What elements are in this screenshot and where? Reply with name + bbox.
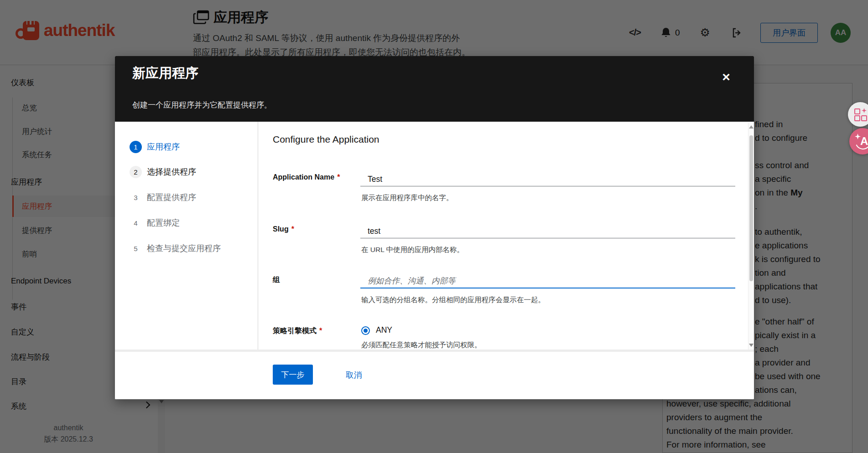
- field-label: Application Name*: [273, 173, 340, 181]
- slug-input[interactable]: [360, 224, 735, 238]
- step-label: 配置提供程序: [147, 192, 196, 203]
- close-icon[interactable]: ×: [719, 70, 733, 84]
- modal-subtitle: 创建一个应用程序并为它配置提供程序。: [132, 100, 272, 110]
- next-button[interactable]: 下一步: [273, 365, 313, 385]
- wizard-step-5: 5检查与提交应用程序: [115, 242, 252, 255]
- step-number-badge: 4: [130, 217, 142, 229]
- required-asterisk: *: [291, 225, 294, 233]
- wizard-step-2[interactable]: 2选择提供程序: [115, 165, 252, 178]
- field-helper-text: 必须匹配任意策略才能授予访问权限。: [361, 340, 482, 350]
- wizard-step-3: 3配置提供程序: [115, 191, 252, 204]
- field-label: 组: [273, 275, 280, 285]
- application-name-input[interactable]: [360, 172, 735, 186]
- step-label: 选择提供程序: [147, 166, 196, 177]
- field-label: Slug*: [273, 225, 294, 233]
- required-asterisk: *: [319, 327, 322, 335]
- square-icon: [854, 115, 860, 121]
- step-number-badge: 3: [130, 191, 142, 204]
- field-helper-text: 在 URL 中使用的应用内部名称。: [361, 245, 464, 255]
- translate-a-icon: A: [860, 135, 868, 148]
- new-application-modal: 新应用程序 创建一个应用程序并为它配置提供程序。 × 1应用程序2选择提供程序3…: [115, 56, 754, 399]
- 组-input[interactable]: [360, 274, 735, 288]
- scroll-down-arrow-icon: [749, 344, 754, 347]
- step-label: 配置绑定: [147, 217, 180, 228]
- step-number-badge: 5: [130, 242, 142, 255]
- sparkle-icon: [862, 108, 867, 113]
- field-helper-text: 展示在应用程序库中的名字。: [361, 193, 453, 203]
- modal-scrollbar[interactable]: [748, 123, 754, 350]
- modal-header: 新应用程序 创建一个应用程序并为它配置提供程序。 ×: [115, 56, 754, 122]
- wizard-body: 1应用程序2选择提供程序3配置提供程序4配置绑定5检查与提交应用程序 Confi…: [115, 122, 754, 350]
- wizard-footer: 下一步 取消: [115, 350, 754, 399]
- step-label: 应用程序: [147, 141, 180, 152]
- modal-title: 新应用程序: [132, 64, 198, 82]
- step-label: 检查与提交应用程序: [147, 243, 221, 254]
- radio-dot: [364, 329, 368, 333]
- step-number-badge: 2: [130, 166, 142, 178]
- steps-divider: [258, 122, 258, 350]
- form-heading: Configure the Application: [273, 134, 379, 145]
- footer-divider: [115, 350, 754, 352]
- square-icon: [861, 115, 867, 121]
- scroll-up-arrow-icon: [749, 125, 754, 129]
- field-helper-text: 输入可选的分组名称。分组相同的应用程序会显示在一起。: [361, 295, 545, 305]
- wizard-step-1[interactable]: 1应用程序: [115, 140, 252, 153]
- app-screen: authentik 应用程序 通过 OAuth2 和 SAML 等协议，使用 a…: [0, 0, 868, 453]
- scrollbar-thumb[interactable]: [749, 135, 753, 281]
- square-icon: [854, 108, 860, 114]
- step-number-badge: 1: [130, 141, 142, 153]
- field-label: 策略引擎模式*: [273, 326, 322, 336]
- required-asterisk: *: [337, 173, 340, 181]
- wizard-step-4: 4配置绑定: [115, 216, 252, 229]
- radio-option-label: ANY: [376, 325, 392, 335]
- policy-mode-radio[interactable]: [361, 326, 370, 335]
- cancel-button[interactable]: 取消: [343, 369, 364, 381]
